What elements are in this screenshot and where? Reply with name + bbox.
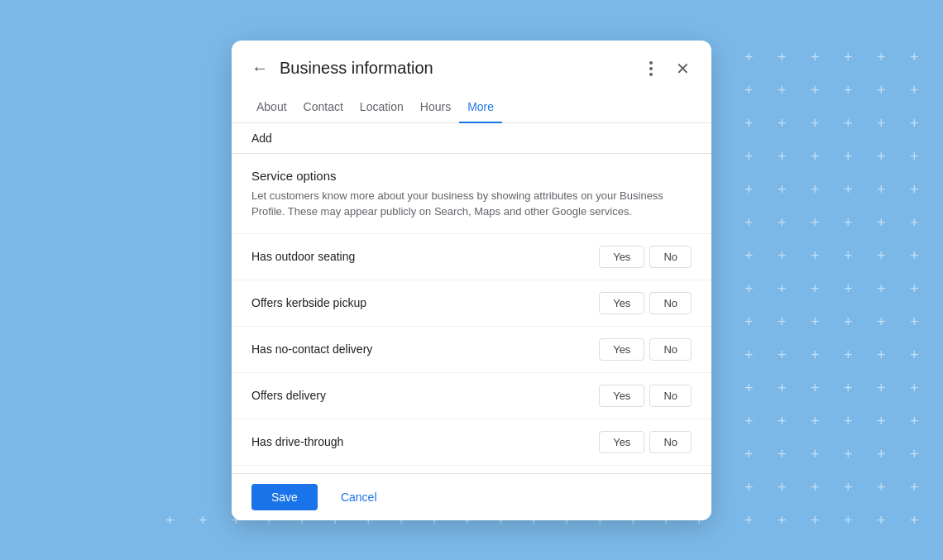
service-row-delivery: Offers delivery Yes No bbox=[232, 372, 711, 419]
close-button[interactable]: ✕ bbox=[671, 55, 695, 82]
section-description: Let customers know more about your busin… bbox=[251, 188, 692, 220]
modal: ← Business information ✕ About Contact L… bbox=[232, 41, 711, 520]
service-row-drive-through: Has drive-through Yes No bbox=[232, 419, 711, 465]
modal-footer: Save Cancel bbox=[232, 473, 711, 520]
page-title: Business information bbox=[280, 59, 638, 78]
tab-about[interactable]: About bbox=[248, 92, 295, 123]
tabs-bar: About Contact Location Hours More bbox=[232, 92, 711, 123]
yes-outdoor-seating[interactable]: Yes bbox=[599, 246, 644, 268]
btn-group-drive-through: Yes No bbox=[599, 431, 692, 453]
save-button[interactable]: Save bbox=[251, 484, 318, 510]
yes-kerbside-pickup[interactable]: Yes bbox=[599, 292, 644, 314]
service-row-no-contact-delivery: Has no-contact delivery Yes No bbox=[232, 326, 711, 372]
yes-drive-through[interactable]: Yes bbox=[599, 431, 644, 453]
yes-no-contact-delivery[interactable]: Yes bbox=[599, 338, 644, 361]
service-label-delivery: Offers delivery bbox=[251, 389, 599, 402]
yes-delivery[interactable]: Yes bbox=[599, 385, 644, 407]
service-label-no-contact-delivery: Has no-contact delivery bbox=[251, 342, 599, 356]
btn-group-outdoor-seating: Yes No bbox=[599, 246, 692, 268]
service-label-kerbside-pickup: Offers kerbside pickup bbox=[251, 296, 599, 309]
modal-body: Add Service options Let customers know m… bbox=[232, 123, 711, 473]
back-button[interactable]: ← bbox=[248, 55, 271, 81]
btn-group-no-contact-delivery: Yes No bbox=[599, 338, 692, 361]
tab-contact[interactable]: Contact bbox=[295, 92, 352, 123]
no-delivery[interactable]: No bbox=[649, 385, 692, 407]
no-outdoor-seating[interactable]: No bbox=[649, 246, 692, 268]
section-title: Service options bbox=[251, 169, 692, 183]
add-row: Add bbox=[232, 123, 711, 154]
header-actions: ✕ bbox=[638, 55, 695, 82]
add-label: Add bbox=[251, 132, 272, 145]
service-row-takeaway: Offers takeaway Yes No bbox=[232, 465, 711, 473]
service-label-outdoor-seating: Has outdoor seating bbox=[251, 250, 599, 263]
no-no-contact-delivery[interactable]: No bbox=[649, 338, 692, 361]
modal-header: ← Business information ✕ bbox=[232, 41, 711, 82]
service-row-kerbside-pickup: Offers kerbside pickup Yes No bbox=[232, 280, 711, 326]
cancel-button[interactable]: Cancel bbox=[328, 484, 390, 510]
tab-location[interactable]: Location bbox=[352, 92, 412, 123]
tab-more[interactable]: More bbox=[459, 92, 502, 123]
tab-hours[interactable]: Hours bbox=[412, 92, 459, 123]
three-dot-icon bbox=[643, 60, 659, 77]
btn-group-delivery: Yes No bbox=[599, 385, 692, 407]
service-label-drive-through: Has drive-through bbox=[251, 435, 599, 448]
no-drive-through[interactable]: No bbox=[649, 431, 692, 453]
more-options-button[interactable] bbox=[638, 57, 664, 80]
no-kerbside-pickup[interactable]: No bbox=[649, 292, 692, 314]
service-row-outdoor-seating: Has outdoor seating Yes No bbox=[232, 233, 711, 280]
btn-group-kerbside-pickup: Yes No bbox=[599, 292, 692, 314]
